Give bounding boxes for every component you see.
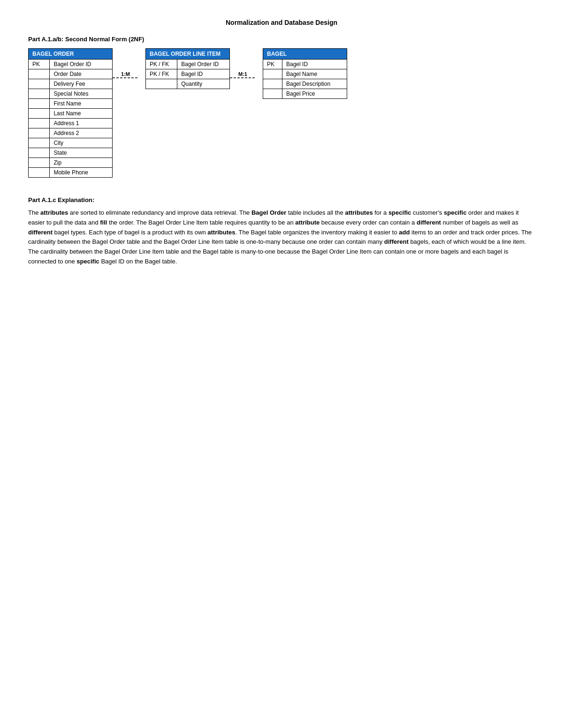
pk-fk-cell: PK / FK xyxy=(146,69,177,79)
explanation-text: The attributes are sorted to eliminate r… xyxy=(28,208,535,267)
table-row: Zip xyxy=(29,158,113,168)
pk-cell xyxy=(146,79,177,89)
pk-cell xyxy=(263,69,282,79)
table-row: PK Bagel ID xyxy=(263,60,347,69)
pk-cell xyxy=(263,79,282,89)
svg-text:1:M: 1:M xyxy=(121,71,130,77)
pk-cell xyxy=(29,148,50,158)
pk-cell xyxy=(29,128,50,138)
pk-fk-cell: PK / FK xyxy=(146,60,177,69)
pk-cell xyxy=(29,138,50,148)
field-cell: Bagel ID xyxy=(282,60,347,69)
table-row: Delivery Fee xyxy=(29,79,113,89)
table-row: PK Bagel Order ID xyxy=(29,60,113,69)
table-row: Bagel Description xyxy=(263,79,347,89)
table-row: Special Notes xyxy=(29,89,113,99)
diagram-area: BAGEL ORDER PK Bagel Order ID Order Date… xyxy=(28,48,535,178)
table-row: First Name xyxy=(29,99,113,109)
left-connector-svg: 1:M xyxy=(113,71,145,85)
table-row: Order Date xyxy=(29,69,113,79)
table-row: Address 1 xyxy=(29,119,113,128)
bagel-header: BAGEL xyxy=(263,49,347,60)
pk-cell xyxy=(29,99,50,109)
bagel-order-line-item-table: BAGEL ORDER LINE ITEM PK / FK Bagel Orde… xyxy=(145,48,230,89)
table-row: Last Name xyxy=(29,109,113,119)
bagel-order-table: BAGEL ORDER PK Bagel Order ID Order Date… xyxy=(28,48,113,178)
pk-cell xyxy=(29,158,50,168)
field-cell: State xyxy=(50,148,113,158)
table-row: Address 2 xyxy=(29,128,113,138)
page-title: Normalization and Database Design xyxy=(28,19,535,26)
field-cell: Bagel Order ID xyxy=(177,60,230,69)
pk-cell xyxy=(29,119,50,128)
left-connector: 1:M xyxy=(113,48,145,85)
bagel-order-line-item-header: BAGEL ORDER LINE ITEM xyxy=(146,49,230,60)
field-cell: First Name xyxy=(50,99,113,109)
table-row: Quantity xyxy=(146,79,230,89)
right-connector: M:1 xyxy=(230,48,263,85)
pk-cell: PK xyxy=(263,60,282,69)
field-cell: Address 2 xyxy=(50,128,113,138)
right-connector-svg: M:1 xyxy=(230,71,263,85)
field-cell: Last Name xyxy=(50,109,113,119)
field-cell: Bagel Price xyxy=(282,89,347,99)
pk-cell xyxy=(29,89,50,99)
svg-text:M:1: M:1 xyxy=(238,71,247,77)
field-cell: City xyxy=(50,138,113,148)
bagel-order-header: BAGEL ORDER xyxy=(29,49,113,60)
field-cell: Delivery Fee xyxy=(50,79,113,89)
field-cell: Order Date xyxy=(50,69,113,79)
table-row: City xyxy=(29,138,113,148)
field-cell: Zip xyxy=(50,158,113,168)
pk-cell xyxy=(29,109,50,119)
field-cell: Bagel Name xyxy=(282,69,347,79)
pk-cell xyxy=(263,89,282,99)
field-cell: Mobile Phone xyxy=(50,168,113,178)
pk-cell: PK xyxy=(29,60,50,69)
bagel-table: BAGEL PK Bagel ID Bagel Name Bagel Descr… xyxy=(263,48,347,99)
table-row: PK / FK Bagel Order ID xyxy=(146,60,230,69)
table-row: Bagel Price xyxy=(263,89,347,99)
field-cell: Bagel ID xyxy=(177,69,230,79)
table-row: Mobile Phone xyxy=(29,168,113,178)
field-cell: Special Notes xyxy=(50,89,113,99)
explanation-heading: Part A.1.c Explanation: xyxy=(28,196,535,203)
field-cell: Quantity xyxy=(177,79,230,89)
table-row: State xyxy=(29,148,113,158)
pk-cell xyxy=(29,168,50,178)
pk-cell xyxy=(29,79,50,89)
table-row: PK / FK Bagel ID xyxy=(146,69,230,79)
field-cell: Bagel Description xyxy=(282,79,347,89)
field-cell: Bagel Order ID xyxy=(50,60,113,69)
field-cell: Address 1 xyxy=(50,119,113,128)
section-heading: Part A.1.a/b: Second Normal Form (2NF) xyxy=(28,36,535,43)
table-row: Bagel Name xyxy=(263,69,347,79)
pk-cell xyxy=(29,69,50,79)
